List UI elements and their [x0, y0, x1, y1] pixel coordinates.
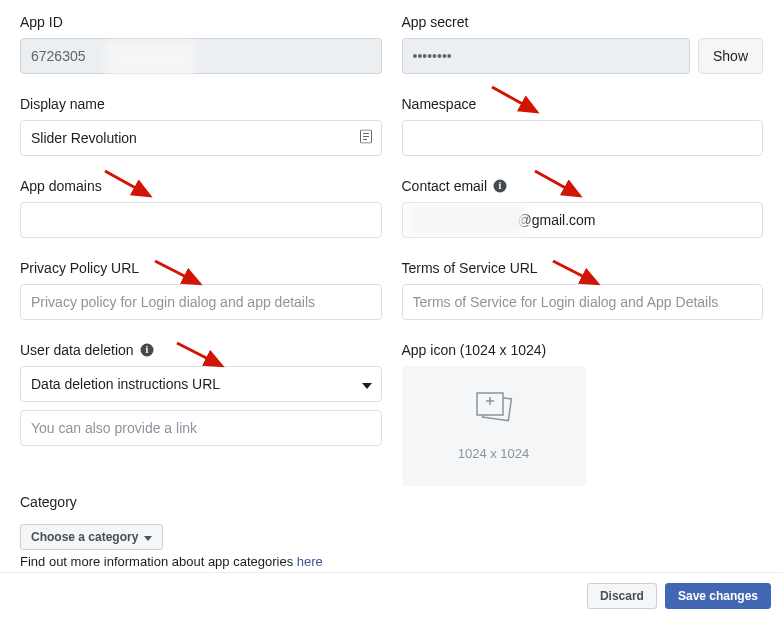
svg-text:i: i: [145, 344, 148, 355]
tos-url-input[interactable]: [402, 284, 764, 320]
app-icon-upload[interactable]: 1024 x 1024: [402, 366, 586, 486]
namespace-input[interactable]: [402, 120, 764, 156]
privacy-url-label: Privacy Policy URL: [20, 260, 382, 276]
info-icon: i: [140, 343, 154, 357]
app-icon-dims: 1024 x 1024: [458, 446, 530, 461]
show-button[interactable]: Show: [698, 38, 763, 74]
tos-url-field: Terms of Service URL: [402, 260, 764, 320]
contact-email-field: Contact email i: [402, 178, 764, 238]
app-secret-field: App secret Show: [402, 14, 764, 74]
form-storage-icon: [360, 130, 372, 147]
app-id-label: App ID: [20, 14, 382, 30]
svg-text:i: i: [499, 180, 502, 191]
app-id-field: App ID: [20, 14, 382, 74]
app-domains-field: App domains: [20, 178, 382, 238]
save-button[interactable]: Save changes: [665, 583, 771, 609]
privacy-url-field: Privacy Policy URL: [20, 260, 382, 320]
tos-url-label: Terms of Service URL: [402, 260, 764, 276]
app-id-input[interactable]: [20, 38, 382, 74]
category-label: Category: [20, 494, 763, 510]
right-column: App secret Show Namespace Contact email …: [402, 14, 764, 494]
category-section: Category Choose a category Find out more…: [0, 494, 783, 569]
app-domains-input[interactable]: [20, 202, 382, 238]
category-info-text: Find out more information about app cate…: [20, 554, 763, 569]
data-deletion-select[interactable]: [20, 366, 382, 402]
left-column: App ID Display name App domains Privacy …: [20, 14, 382, 494]
app-icon-label: App icon (1024 x 1024): [402, 342, 764, 358]
contact-email-label: Contact email i: [402, 178, 764, 194]
info-icon: i: [493, 179, 507, 193]
image-upload-icon: [472, 391, 516, 430]
category-info-link[interactable]: here: [297, 554, 323, 569]
app-domains-label: App domains: [20, 178, 382, 194]
data-deletion-link-input[interactable]: [20, 410, 382, 446]
app-secret-input[interactable]: [402, 38, 690, 74]
app-icon-field: App icon (1024 x 1024) 1024 x 1024: [402, 342, 764, 486]
category-select[interactable]: Choose a category: [20, 524, 163, 550]
contact-email-input[interactable]: [402, 202, 764, 238]
app-secret-label: App secret: [402, 14, 764, 30]
user-data-deletion-label: User data deletion i: [20, 342, 382, 358]
display-name-field: Display name: [20, 96, 382, 156]
display-name-input[interactable]: [20, 120, 382, 156]
namespace-label: Namespace: [402, 96, 764, 112]
display-name-label: Display name: [20, 96, 382, 112]
caret-down-icon: [144, 530, 152, 544]
user-data-deletion-field: User data deletion i: [20, 342, 382, 446]
namespace-field: Namespace: [402, 96, 764, 156]
privacy-url-input[interactable]: [20, 284, 382, 320]
footer: Discard Save changes: [0, 572, 783, 619]
discard-button[interactable]: Discard: [587, 583, 657, 609]
